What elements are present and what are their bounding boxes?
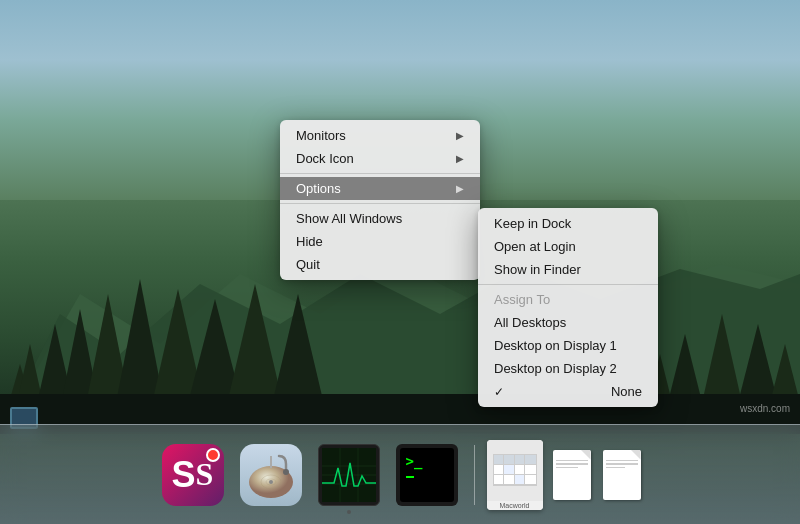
dock-item-terminal[interactable]: >_	[392, 440, 462, 510]
none-checkmark: ✓	[494, 385, 504, 399]
svg-point-19	[283, 469, 289, 475]
watermark: wsxdn.com	[740, 403, 790, 414]
terminal-cursor	[406, 476, 414, 478]
submenu-item-desktop-display1[interactable]: Desktop on Display 1	[478, 334, 658, 357]
dock-item-doc2[interactable]	[601, 440, 643, 510]
menu-item-hide[interactable]: Hide	[280, 230, 480, 253]
dock-item-slack[interactable]: S	[158, 440, 228, 510]
dock: S	[0, 424, 800, 524]
terminal-prompt-text: >_	[406, 454, 423, 468]
macworld-label: Macworld	[487, 501, 543, 510]
menu-item-options[interactable]: Options ▶	[280, 177, 480, 200]
submenu-arrow-monitors: ▶	[456, 130, 464, 141]
dock-item-activity-monitor[interactable]	[314, 440, 384, 510]
submenu-arrow-dock-icon: ▶	[456, 153, 464, 164]
dock-item-doc1[interactable]	[551, 440, 593, 510]
menu-item-show-all-windows[interactable]: Show All Windows	[280, 207, 480, 230]
submenu-item-open-at-login[interactable]: Open at Login	[478, 235, 658, 258]
submenu-item-assign-to: Assign To	[478, 288, 658, 311]
options-submenu: Keep in Dock Open at Login Show in Finde…	[478, 208, 658, 407]
context-menu-container: Monitors ▶ Dock Icon ▶ Options ▶ Show Al…	[280, 120, 480, 280]
dock-item-disk-utility[interactable]	[236, 440, 306, 510]
activity-monitor-icon	[318, 444, 380, 506]
main-context-menu: Monitors ▶ Dock Icon ▶ Options ▶ Show Al…	[280, 120, 480, 280]
terminal-icon: >_	[396, 444, 458, 506]
submenu-item-keep-in-dock[interactable]: Keep in Dock	[478, 212, 658, 235]
menu-item-dock-icon[interactable]: Dock Icon ▶	[280, 147, 480, 170]
submenu-item-show-in-finder[interactable]: Show in Finder	[478, 258, 658, 281]
document-icon-2	[603, 450, 641, 500]
dock-running-indicator	[347, 510, 351, 514]
monitor-screen	[322, 448, 376, 502]
submenu-item-all-desktops[interactable]: All Desktops	[478, 311, 658, 334]
submenu-item-desktop-display2[interactable]: Desktop on Display 2	[478, 357, 658, 380]
slack-icon: S	[162, 444, 224, 506]
submenu-arrow-options: ▶	[456, 183, 464, 194]
disk-utility-icon	[240, 444, 302, 506]
options-separator-1	[478, 284, 658, 285]
notification-badge	[206, 448, 220, 462]
dock-item-macworld[interactable]: Macworld	[487, 440, 543, 510]
dock-separator	[474, 445, 475, 505]
menu-item-quit[interactable]: Quit	[280, 253, 480, 276]
separator-2	[280, 203, 480, 204]
submenu-item-none[interactable]: ✓ None	[478, 380, 658, 403]
macworld-icon: Macworld	[487, 440, 543, 510]
document-icon-1	[553, 450, 591, 500]
svg-point-22	[269, 480, 273, 484]
terminal-screen: >_	[400, 448, 454, 502]
menu-item-monitors[interactable]: Monitors ▶	[280, 124, 480, 147]
separator-1	[280, 173, 480, 174]
